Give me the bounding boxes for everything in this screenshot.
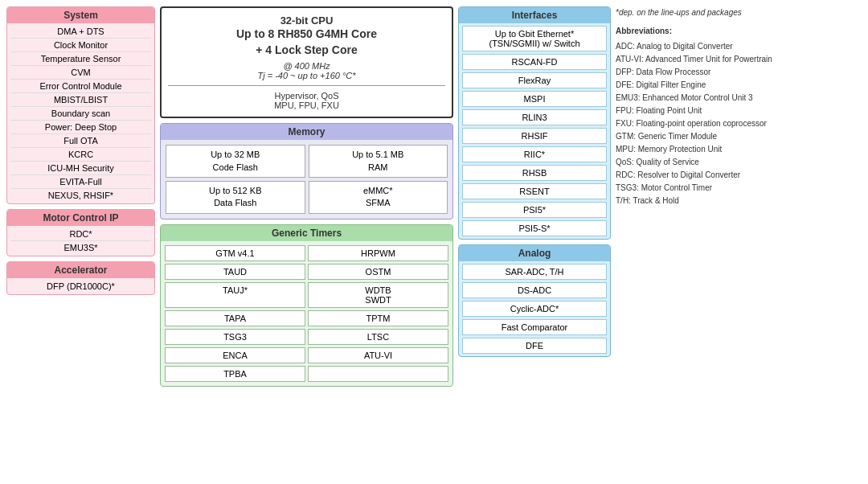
system-box: System DMA + DTS Clock Monitor Temperatu… [6, 6, 155, 204]
timer-cell: GTM v4.1 [165, 245, 305, 261]
list-item: EMU3S* [10, 241, 151, 254]
motor-items: RDC* EMU3S* [7, 226, 154, 256]
timers-box: Generic Timers GTM v4.1 HRPWM TAUD OSTM … [160, 224, 453, 387]
interface-item: RHSB [462, 165, 607, 181]
list-item: MBIST/LBIST [10, 93, 151, 107]
interfaces-header: Interfaces [459, 7, 610, 23]
list-item: KCRC [10, 148, 151, 162]
list-item: Temperature Sensor [10, 52, 151, 66]
motor-header: Motor Control IP [7, 210, 154, 226]
timer-cell: HRPWM [308, 245, 448, 261]
interface-top-item: Up to Gbit Ethernet*(TSN/SGMII) w/ Switc… [462, 26, 607, 51]
cpu-extra: Hypervisor, QoS MPU, FPU, FXU [168, 91, 445, 110]
abbrev-item: ADC: Analog to Digital Converter [616, 40, 862, 52]
accelerator-items: DFP (DR1000C)* [7, 278, 154, 294]
interface-item: PSI5-S* [462, 220, 607, 236]
center-column: 32-bit CPU Up to 8 RH850 G4MH Core + 4 L… [160, 6, 453, 387]
analog-header: Analog [459, 245, 610, 261]
timer-cell: TAPA [165, 310, 305, 326]
timer-cell: TSG3 [165, 329, 305, 345]
analog-box: Analog SAR-ADC, T/H DS-ADC Cyclic-ADC* F… [458, 244, 611, 357]
accelerator-header: Accelerator [7, 262, 154, 278]
abbrev-item: EMU3: Enhanced Motor Control Unit 3 [616, 92, 862, 104]
memory-cell: eMMC*SFMA [309, 181, 448, 214]
system-items: DMA + DTS Clock Monitor Temperature Sens… [7, 23, 154, 203]
list-item: Full OTA [10, 134, 151, 148]
timer-cell: TAUD [165, 264, 305, 280]
interface-item: RSCAN-FD [462, 54, 607, 70]
timer-cell: ATU-VI [308, 347, 448, 363]
list-item: Error Control Module [10, 80, 151, 93]
list-item: Clock Monitor [10, 39, 151, 52]
list-item: NEXUS, RHSIF* [10, 189, 151, 202]
abbrev-item: FPU: Floating Point Unit [616, 105, 862, 117]
analog-item: DS-ADC [462, 282, 607, 298]
timer-cell [308, 366, 448, 382]
timer-cell: LTSC [308, 329, 448, 345]
system-column: System DMA + DTS Clock Monitor Temperatu… [6, 6, 155, 387]
analog-item: DFE [462, 338, 607, 354]
motor-box: Motor Control IP RDC* EMU3S* [6, 209, 155, 256]
memory-cell: Up to 5.1 MBRAM [309, 145, 448, 178]
list-item: ICU-MH Security [10, 162, 151, 175]
memory-cell: Up to 512 KBData Flash [166, 181, 305, 214]
interface-item: RHSIF [462, 128, 607, 144]
abbrev-item: RDC: Resolver to Digital Converter [616, 169, 862, 181]
interface-item: MSPI [462, 91, 607, 107]
interface-item: RIIC* [462, 146, 607, 162]
abbrev-item: QoS: Quality of Service [616, 156, 862, 168]
interfaces-box: Interfaces Up to Gbit Ethernet*(TSN/SGMI… [458, 6, 611, 240]
timer-cell: TPTM [308, 310, 448, 326]
interfaces-column: Interfaces Up to Gbit Ethernet*(TSN/SGMI… [458, 6, 611, 387]
notes-column: *dep. on the line-ups and packages Abbre… [616, 6, 862, 387]
list-item: EVITA-Full [10, 175, 151, 189]
interface-item: FlexRay [462, 72, 607, 88]
abbrev-title: Abbreviations: [616, 25, 862, 37]
main-container: System DMA + DTS Clock Monitor Temperatu… [6, 6, 862, 387]
list-item: Boundary scan [10, 107, 151, 121]
abbrev-item: DFP: Data Flow Processor [616, 66, 862, 78]
abbrev-item: MPU: Memory Protection Unit [616, 143, 862, 155]
interface-item: PSI5* [462, 202, 607, 218]
cpu-title: 32-bit CPU [168, 14, 445, 27]
list-item: DMA + DTS [10, 25, 151, 39]
memory-cell: Up to 32 MBCode Flash [166, 145, 305, 178]
list-item: DFP (DR1000C)* [10, 280, 151, 293]
list-item: Power: Deep Stop [10, 121, 151, 134]
abbrev-item: DFE: Digital Filter Engine [616, 79, 862, 91]
dep-note: *dep. on the line-ups and packages [616, 6, 862, 18]
interface-item: RLIN3 [462, 109, 607, 125]
timer-cell: WDTBSWDT [308, 282, 448, 308]
accelerator-box: Accelerator DFP (DR1000C)* [6, 261, 155, 295]
memory-header: Memory [161, 124, 452, 140]
cpu-main: Up to 8 RH850 G4MH Core + 4 Lock Step Co… [168, 27, 445, 58]
interface-item: RSENT [462, 183, 607, 199]
list-item: RDC* [10, 228, 151, 241]
list-item: CVM [10, 66, 151, 80]
cpu-box: 32-bit CPU Up to 8 RH850 G4MH Core + 4 L… [160, 6, 453, 118]
timer-cell: OSTM [308, 264, 448, 280]
timers-header: Generic Timers [161, 225, 452, 241]
cpu-sub: @ 400 MHz Tj = -40 ~ up to +160 °C* [168, 61, 445, 80]
system-header: System [7, 7, 154, 23]
memory-grid: Up to 32 MBCode Flash Up to 5.1 MBRAM Up… [161, 140, 452, 219]
abbrev-item: T/H: Track & Hold [616, 195, 862, 207]
abbrev-item: FXU: Floating-point operation coprocesso… [616, 117, 862, 129]
analog-item: Fast Comparator [462, 319, 607, 335]
abbrev-item: ATU-VI: Advanced Timer Unit for Powertra… [616, 53, 862, 65]
analog-item: Cyclic-ADC* [462, 301, 607, 317]
analog-item: SAR-ADC, T/H [462, 264, 607, 280]
abbrev-item: TSG3: Motor Control Timer [616, 182, 862, 194]
abbrev-item: GTM: Generic Timer Module [616, 130, 862, 142]
timers-grid: GTM v4.1 HRPWM TAUD OSTM TAUJ* WDTBSWDT … [161, 241, 452, 386]
memory-box: Memory Up to 32 MBCode Flash Up to 5.1 M… [160, 123, 453, 219]
timer-cell: TPBA [165, 366, 305, 382]
timer-cell: ENCA [165, 347, 305, 363]
timer-cell: TAUJ* [165, 282, 305, 308]
